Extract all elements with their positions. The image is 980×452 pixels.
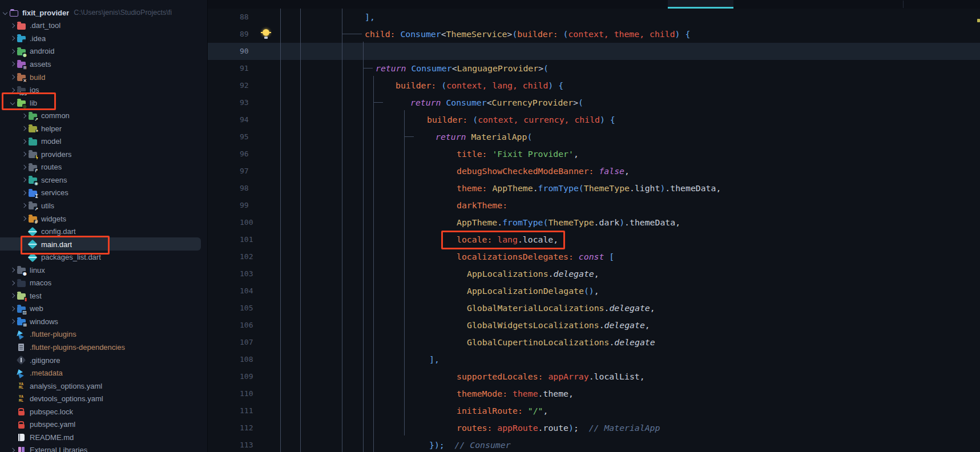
line-number[interactable]: 92 xyxy=(240,77,249,94)
line-number[interactable]: 105 xyxy=(240,300,253,317)
tree-item-android[interactable]: ●android xyxy=(0,45,207,58)
code-line-103[interactable]: 103AppLocalizations.delegate, xyxy=(208,265,980,282)
chevron-right-icon[interactable] xyxy=(20,152,27,156)
chevron-right-icon[interactable] xyxy=(20,204,27,207)
code-area[interactable]: 88],89child: Consumer<ThemeService>(buil… xyxy=(208,0,980,452)
line-number[interactable]: 99 xyxy=(240,197,249,214)
code-line-93[interactable]: 93return Consumer<CurrencyProvider>( xyxy=(208,94,980,111)
tree-item--dart-tool[interactable]: .dart_tool xyxy=(0,19,207,33)
tree-item-windows[interactable]: ⊞windows xyxy=(0,315,207,328)
tree-item-providers[interactable]: ϟproviders xyxy=(0,148,207,161)
tree-item-linux[interactable]: ●linux xyxy=(0,264,207,277)
code-line-101[interactable]: 101locale: lang.locale, xyxy=(208,231,980,248)
tree-item-web[interactable]: ▨web xyxy=(0,302,207,316)
code-line-105[interactable]: 105GlobalMaterialLocalizations.delegate, xyxy=(208,300,980,317)
chevron-right-icon[interactable] xyxy=(9,50,16,53)
chevron-right-icon[interactable] xyxy=(20,178,27,181)
code-line-109[interactable]: 109supportedLocales: appArray.localList, xyxy=(208,368,980,385)
tree-item--gitignore[interactable]: .gitignore xyxy=(0,354,207,367)
editor-active-tab[interactable] xyxy=(668,0,733,9)
code-line-113[interactable]: 113}); // Consumer xyxy=(208,437,980,452)
tree-item-services[interactable]: Σservices xyxy=(0,187,207,200)
line-number[interactable]: 112 xyxy=(240,419,253,437)
code-line-95[interactable]: 95return MaterialApp( xyxy=(208,128,980,146)
tree-item-project-root[interactable]: fixit_providerC:\Users\jenis\StudioProje… xyxy=(0,6,207,19)
line-number[interactable]: 111 xyxy=(240,402,253,419)
tree-item--flutter-plugins-dependencies[interactable]: .flutter-plugins-dependencies xyxy=(0,341,207,354)
tree-item-devtools-options-yaml[interactable]: YA MLdevtools_options.yaml xyxy=(0,392,207,405)
tree-item--idea[interactable]: ●.idea xyxy=(0,32,207,45)
code-line-96[interactable]: 96title: 'Fixit Provider', xyxy=(208,146,980,163)
code-line-110[interactable]: 110themeMode: theme.theme, xyxy=(208,385,980,402)
tree-item-lib[interactable]: ●lib xyxy=(0,96,207,110)
chevron-right-icon[interactable] xyxy=(20,127,27,130)
tree-item-pubspec-lock[interactable]: pubspec.lock xyxy=(0,405,207,418)
tree-item-routes[interactable]: ↱routes xyxy=(0,161,207,174)
line-number[interactable]: 102 xyxy=(240,248,253,265)
code-line-99[interactable]: 99darkTheme: xyxy=(208,197,980,214)
line-number[interactable]: 113 xyxy=(240,437,253,452)
code-line-88[interactable]: 88], xyxy=(208,9,980,26)
tree-item-utils[interactable]: ↗utils xyxy=(0,199,207,212)
code-line-98[interactable]: 98theme: AppTheme.fromType(ThemeType.lig… xyxy=(208,180,980,197)
code-line-112[interactable]: 112routes: appRoute.route); // MaterialA… xyxy=(208,419,980,437)
line-number[interactable]: 103 xyxy=(240,265,253,282)
chevron-down-icon[interactable] xyxy=(9,101,16,104)
chevron-right-icon[interactable] xyxy=(9,449,16,452)
line-number[interactable]: 88 xyxy=(240,9,249,26)
tree-item-packages-list-dart[interactable]: packages_list.dart xyxy=(0,251,207,264)
line-number[interactable]: 101 xyxy=(240,231,253,248)
tree-item--flutter-plugins[interactable]: .flutter-plugins xyxy=(0,328,207,341)
tree-item--metadata[interactable]: .metadata xyxy=(0,366,207,380)
line-number[interactable]: 90 xyxy=(240,43,249,60)
line-number[interactable]: 109 xyxy=(240,368,253,385)
code-line-94[interactable]: 94builder: (context, currency, child) { xyxy=(208,111,980,128)
tree-item-macos[interactable]: macos xyxy=(0,276,207,289)
chevron-right-icon[interactable] xyxy=(9,320,16,323)
line-number[interactable]: 98 xyxy=(240,180,249,197)
chevron-right-icon[interactable] xyxy=(20,140,27,143)
chevron-right-icon[interactable] xyxy=(9,281,16,285)
chevron-right-icon[interactable] xyxy=(9,75,16,79)
tree-item-pubspec-yaml[interactable]: pubspec.yaml xyxy=(0,418,207,431)
line-number[interactable]: 97 xyxy=(240,163,249,180)
line-number[interactable]: 95 xyxy=(240,128,249,146)
code-line-111[interactable]: 111initialRoute: "/", xyxy=(208,402,980,419)
line-number[interactable]: 108 xyxy=(240,351,253,368)
chevron-right-icon[interactable] xyxy=(20,217,27,220)
line-number[interactable]: 107 xyxy=(240,334,253,351)
chevron-right-icon[interactable] xyxy=(9,62,16,66)
line-number[interactable]: 91 xyxy=(240,60,249,77)
tree-item-readme-md[interactable]: README.md xyxy=(0,431,207,444)
tree-item-common[interactable]: ↗common xyxy=(0,109,207,122)
tree-item-helper[interactable]: *helper xyxy=(0,122,207,135)
tree-item-main-dart[interactable]: main.dart xyxy=(0,238,207,251)
tree-item-ios[interactable]: iosios xyxy=(0,83,207,96)
line-number[interactable]: 110 xyxy=(240,385,253,402)
line-number[interactable]: 106 xyxy=(240,317,253,334)
line-number[interactable]: 104 xyxy=(240,282,253,300)
chevron-right-icon[interactable] xyxy=(9,294,16,297)
code-line-90[interactable]: 90 xyxy=(208,43,980,60)
tree-item-config-dart[interactable]: config.dart xyxy=(0,225,207,238)
code-line-91[interactable]: 91return Consumer<LanguageProvider>( xyxy=(208,60,980,77)
code-line-89[interactable]: 89child: Consumer<ThemeService>(builder:… xyxy=(208,26,980,43)
code-line-92[interactable]: 92builder: (context, lang, child) { xyxy=(208,77,980,94)
tree-item-model[interactable]: model xyxy=(0,135,207,148)
line-number[interactable]: 93 xyxy=(240,94,249,111)
code-line-108[interactable]: 108], xyxy=(208,351,980,368)
tree-item-assets[interactable]: ≡assets xyxy=(0,58,207,71)
code-editor[interactable]: 88],89child: Consumer<ThemeService>(buil… xyxy=(208,0,980,452)
line-number[interactable]: 96 xyxy=(240,146,249,163)
chevron-right-icon[interactable] xyxy=(9,37,16,40)
chevron-right-icon[interactable] xyxy=(20,166,27,169)
chevron-right-icon[interactable] xyxy=(9,24,16,27)
line-number[interactable]: 89 xyxy=(240,26,249,43)
tree-item-external-libraries[interactable]: External Libraries xyxy=(0,444,207,452)
intention-bulb-icon[interactable] xyxy=(261,29,271,40)
tree-item-widgets[interactable]: #widgets xyxy=(0,212,207,225)
tree-item-test[interactable]: ▮test xyxy=(0,289,207,302)
code-line-100[interactable]: 100AppTheme.fromType(ThemeType.dark).the… xyxy=(208,214,980,231)
line-number[interactable]: 100 xyxy=(240,214,253,231)
tree-item-build[interactable]: ×build xyxy=(0,71,207,84)
